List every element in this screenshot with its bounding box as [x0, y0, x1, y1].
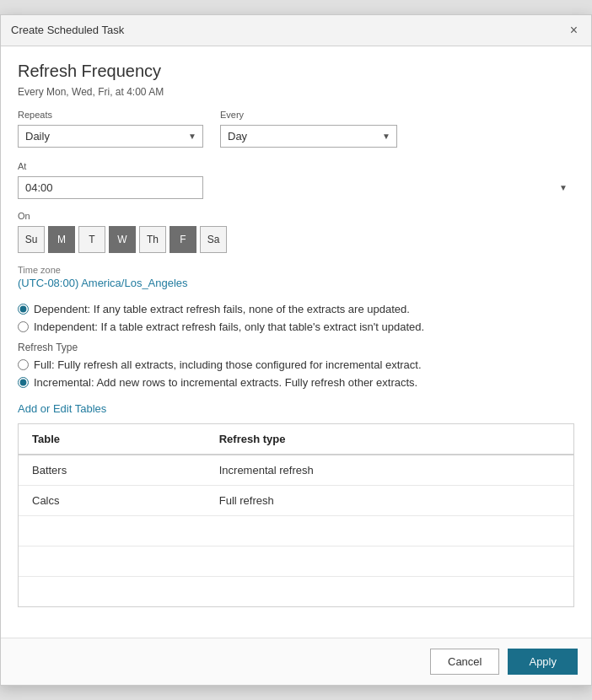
at-label: At [18, 161, 574, 171]
col-table: Table [19, 424, 206, 455]
day-btn-m[interactable]: M [48, 226, 75, 253]
refresh-type-radio-group: Full: Fully refresh all extracts, includ… [18, 358, 574, 389]
independent-label: Independent: If a table extract refresh … [34, 320, 424, 333]
repeats-select[interactable]: Daily Weekly Monthly [18, 125, 203, 148]
row-refresh-type-1: Full refresh [206, 485, 573, 515]
dependent-radio-item[interactable]: Dependent: If any table extract refresh … [18, 303, 574, 315]
repeats-every-row: Repeats Daily Weekly Monthly ▼ Every Day… [18, 110, 574, 148]
col-refresh-type: Refresh type [206, 424, 573, 455]
day-btn-sa[interactable]: Sa [200, 226, 227, 253]
timezone-label: Time zone [18, 265, 574, 275]
schedule-subtitle: Every Mon, Wed, Fri, at 4:00 AM [18, 86, 574, 98]
day-btn-th[interactable]: Th [139, 226, 166, 253]
day-btn-w[interactable]: W [109, 226, 136, 253]
full-refresh-radio-item[interactable]: Full: Fully refresh all extracts, includ… [18, 358, 574, 371]
dependent-label: Dependent: If any table extract refresh … [34, 303, 410, 315]
independent-radio[interactable] [18, 321, 29, 332]
incremental-refresh-radio[interactable] [18, 377, 29, 388]
cancel-button[interactable]: Cancel [430, 649, 499, 675]
on-section: On Su M T W Th F Sa [18, 211, 574, 253]
add-edit-tables-link[interactable]: Add or Edit Tables [18, 402, 106, 415]
create-scheduled-task-dialog: Create Scheduled Task × Refresh Frequenc… [0, 14, 592, 687]
day-btn-t[interactable]: T [78, 226, 105, 253]
at-group: At 04:00 05:00 06:00 12:00 ▼ [18, 161, 574, 199]
timezone-section: Time zone (UTC-08:00) America/Los_Angele… [18, 265, 574, 303]
dependent-radio[interactable] [18, 304, 29, 315]
dialog-body: Refresh Frequency Every Mon, Wed, Fri, a… [1, 46, 591, 638]
row-table-0: Batters [19, 455, 206, 486]
at-select[interactable]: 04:00 05:00 06:00 12:00 [18, 176, 203, 199]
dependency-radio-group: Dependent: If any table extract refresh … [18, 303, 574, 333]
every-group: Every Day Weekday Week ▼ [220, 110, 397, 148]
at-chevron-icon: ▼ [559, 183, 568, 192]
day-btn-f[interactable]: F [170, 226, 196, 253]
incremental-refresh-label: Incremental: Add new rows to incremental… [34, 376, 417, 389]
day-buttons-group: Su M T W Th F Sa [18, 226, 574, 253]
on-label: On [18, 211, 574, 221]
table-row: Batters Incremental refresh [19, 455, 573, 486]
full-refresh-radio[interactable] [18, 359, 29, 370]
table-row: Calcs Full refresh [19, 485, 573, 515]
independent-radio-item[interactable]: Independent: If a table extract refresh … [18, 320, 574, 333]
full-refresh-label: Full: Fully refresh all extracts, includ… [34, 358, 422, 371]
at-select-wrapper: 04:00 05:00 06:00 12:00 ▼ [18, 176, 574, 199]
every-select[interactable]: Day Weekday Week [220, 125, 397, 148]
row-refresh-type-0: Incremental refresh [206, 455, 573, 486]
close-button[interactable]: × [567, 22, 581, 39]
tables-container: Table Refresh type Batters Incremental r… [18, 423, 574, 608]
tables-table: Table Refresh type Batters Incremental r… [19, 424, 573, 607]
every-label: Every [220, 110, 397, 120]
day-btn-su[interactable]: Su [18, 226, 45, 253]
table-header-row: Table Refresh type [19, 424, 573, 455]
empty-row-2 [19, 546, 573, 576]
incremental-refresh-radio-item[interactable]: Incremental: Add new rows to incremental… [18, 376, 574, 389]
every-select-wrapper: Day Weekday Week ▼ [220, 125, 397, 148]
refresh-type-label: Refresh Type [18, 342, 574, 353]
repeats-group: Repeats Daily Weekly Monthly ▼ [18, 110, 203, 148]
repeats-label: Repeats [18, 110, 203, 120]
dialog-footer: Cancel Apply [1, 638, 591, 685]
empty-row-3 [19, 576, 573, 606]
empty-row-1 [19, 515, 573, 546]
row-table-1: Calcs [19, 485, 206, 515]
refresh-type-section: Refresh Type Full: Fully refresh all ext… [18, 342, 574, 389]
apply-button[interactable]: Apply [508, 649, 578, 675]
dialog-title: Create Scheduled Task [11, 24, 124, 36]
dialog-header: Create Scheduled Task × [1, 15, 591, 46]
section-title: Refresh Frequency [18, 62, 574, 81]
timezone-link[interactable]: (UTC-08:00) America/Los_Angeles [18, 277, 188, 289]
repeats-select-wrapper: Daily Weekly Monthly ▼ [18, 125, 203, 148]
